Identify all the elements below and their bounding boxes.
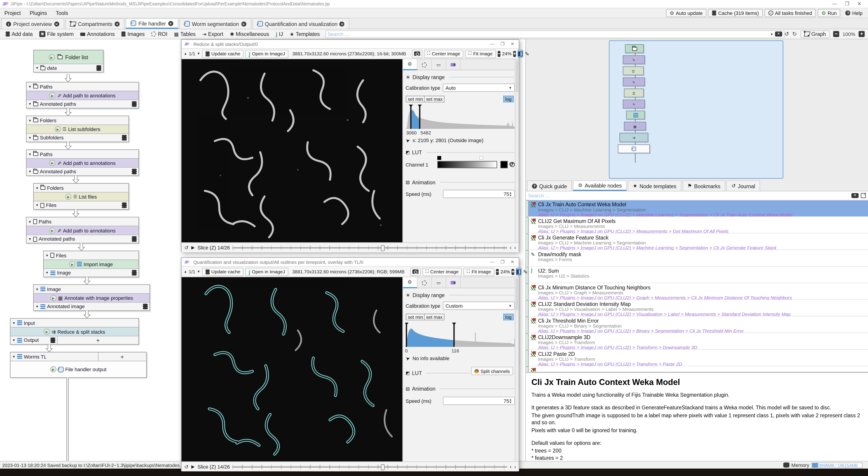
close-tab-icon[interactable]: ✕: [340, 21, 344, 26]
list-item[interactable]: Cli Jx Train Auto Context Weka Model Ima…: [526, 200, 868, 217]
tab-project-overview[interactable]: iProject overview✕: [1, 18, 64, 29]
slot-label[interactable]: Output: [24, 338, 39, 343]
zoom-out-icon[interactable]: −: [496, 268, 499, 275]
next-slice-icon[interactable]: ›: [514, 245, 516, 250]
drag-handle[interactable]: [526, 317, 529, 332]
graph-node-folder-list[interactable]: ▶Folder list ▼data: [33, 50, 103, 72]
slot-label[interactable]: Files: [56, 253, 66, 258]
roi-button[interactable]: ROI: [148, 31, 170, 37]
available-nodes-list[interactable]: Cli Jx Train Auto Context Weka Model Ima…: [526, 200, 868, 373]
tasks-button[interactable]: ✓All tasks finished: [765, 9, 816, 17]
menu-project[interactable]: Project: [0, 10, 25, 16]
drag-handle[interactable]: [526, 283, 529, 299]
tab-quick-guide[interactable]: ?Quick guide: [527, 180, 572, 191]
next-slice-icon[interactable]: ›: [514, 464, 516, 469]
slot-label[interactable]: Annotated paths: [39, 236, 75, 242]
zoom-out-icon[interactable]: −: [833, 31, 839, 37]
sidebar-search-box[interactable]: ✕: [526, 191, 868, 200]
add-slot-button[interactable]: +: [98, 352, 146, 361]
menu-tools[interactable]: Tools: [51, 10, 72, 16]
center-image-button[interactable]: ⛶Center image: [422, 267, 462, 276]
tab-journal[interactable]: ↺Journal: [726, 180, 760, 191]
tab-annotations[interactable]: [446, 277, 460, 288]
list-item[interactable]: ✎ Draw/modify mask Images > Forms: [526, 250, 868, 266]
close-icon[interactable]: ✕: [857, 1, 861, 6]
drag-handle[interactable]: [526, 250, 529, 266]
play-icon[interactable]: ▶: [50, 295, 56, 301]
pipeline-minimap[interactable]: ✎ ☰ ✎ ☰ ✎ ▦ ⇉: [609, 40, 783, 179]
tab-roi[interactable]: [417, 277, 432, 288]
minimize-icon[interactable]: —: [490, 41, 495, 46]
graph-node-annotate-image[interactable]: ▼Image ▶▦Annotate with image properties …: [33, 284, 150, 311]
histogram[interactable]: [405, 323, 516, 347]
screenshot-button[interactable]: [412, 50, 422, 58]
speed-input[interactable]: 75▲▼: [442, 397, 515, 405]
play-icon[interactable]: ▶: [49, 92, 55, 98]
play-icon[interactable]: ▶: [65, 194, 71, 200]
graph-node-add-path-2[interactable]: ▼Paths ▶✎Add path to annotations ▼Annota…: [26, 149, 139, 176]
miscellaneous-button[interactable]: ✱Miscellaneous: [226, 31, 272, 37]
popout-icon[interactable]: [861, 193, 866, 198]
tab-compartments[interactable]: Compartments✕: [65, 18, 125, 29]
list-item[interactable]: Cli Jx Generate Feature Stack Images > C…: [526, 233, 868, 250]
zoom-in-icon[interactable]: +: [859, 31, 865, 37]
auto-update-button[interactable]: ⚙Auto update: [666, 9, 706, 17]
cache-icon[interactable]: [132, 169, 137, 174]
slot-label[interactable]: Paths: [40, 151, 53, 157]
clear-search-icon[interactable]: ✕: [851, 193, 859, 198]
tables-button[interactable]: ▦Tables: [170, 31, 199, 37]
ij-button[interactable]: jIJ: [272, 31, 286, 37]
maximize-icon[interactable]: ❐: [500, 41, 504, 46]
file-system-button[interactable]: ▣File system: [36, 31, 77, 37]
list-item[interactable]: Cli Jx Minimum Distance Of Touching Neig…: [526, 283, 868, 300]
lut-gradient[interactable]: [437, 161, 497, 168]
drag-handle[interactable]: [526, 200, 529, 216]
slice-slider[interactable]: [232, 464, 507, 469]
slot-label[interactable]: Annotated image: [47, 304, 85, 309]
split-channels-button[interactable]: Split channels: [471, 367, 513, 375]
cache-icon[interactable]: [96, 65, 101, 71]
center-image-button[interactable]: ⛶Center image: [424, 50, 463, 58]
maximize-icon[interactable]: ❐: [500, 260, 504, 264]
graph-node-reduce-split[interactable]: ▼Input ▶⇉Reduce & split stacks ▼Output+: [10, 318, 139, 345]
list-item[interactable]: j IJ2: Sum Images > IJ2 > Statistics: [526, 266, 868, 283]
set-min-button[interactable]: set min: [405, 314, 425, 320]
set-min-button[interactable]: set min: [405, 96, 425, 102]
graph-node-add-path-3[interactable]: ▼Paths ▶✎Add path to annotations ▼Annota…: [26, 217, 139, 244]
graph-node-file-handler-output[interactable]: ▼Worms TL+ ▶File handler output: [10, 352, 147, 378]
undo-icon[interactable]: ↺: [784, 31, 789, 37]
graph-node-list-files[interactable]: ▼Folders ▶☰List files ▼Files: [33, 183, 129, 210]
lut-max-marker[interactable]: [479, 156, 483, 160]
viewer-window-quantification[interactable]: JIP Quantification and visualization out…: [181, 257, 519, 471]
update-cache-button[interactable]: Update cache: [202, 267, 244, 276]
cache-icon[interactable]: [132, 270, 137, 275]
graph-node-list-subfolders[interactable]: ▼Folders ▶☰List subfolders ▼Subfolders: [26, 116, 129, 142]
close-icon[interactable]: ✕: [510, 260, 514, 264]
speed-input[interactable]: 75▲▼: [442, 190, 515, 198]
close-icon[interactable]: ✕: [510, 41, 514, 46]
play-icon[interactable]: ▶: [49, 227, 55, 233]
cache-icon[interactable]: [143, 304, 148, 309]
zoom-level[interactable]: 100%: [842, 31, 855, 37]
prev-slice-icon[interactable]: ‹: [510, 464, 512, 469]
menu-plugins[interactable]: Plugins: [25, 10, 52, 16]
update-cache-button[interactable]: Update cache: [202, 50, 244, 58]
list-item[interactable]: Cli Jx Threshold Min Error Images > CLIJ…: [526, 317, 868, 333]
log-button[interactable]: log: [503, 96, 514, 102]
drag-handle[interactable]: [526, 300, 529, 316]
zoom-in-icon[interactable]: +: [513, 51, 516, 57]
graph-node-import-image[interactable]: ▼Files ▶Import image ▼Image: [43, 251, 139, 277]
close-tab-icon[interactable]: ✕: [168, 21, 173, 26]
cache-button[interactable]: Cache (319 items): [708, 9, 763, 17]
open-in-imagej-button[interactable]: jOpen in ImageJ: [245, 267, 288, 276]
open-in-imagej-button[interactable]: jOpen in ImageJ: [245, 50, 288, 58]
slot-label[interactable]: Worms TL: [24, 354, 46, 359]
annotations-button[interactable]: Annotations: [77, 31, 118, 37]
images-button[interactable]: Images: [118, 31, 148, 37]
drag-handle[interactable]: [526, 350, 529, 366]
viewer-zoom-level[interactable]: 24%: [502, 51, 512, 56]
page-up-icon[interactable]: ▲: [184, 52, 187, 55]
lut-gear-icon[interactable]: ⚙: [509, 161, 514, 167]
loop-icon[interactable]: ↺: [184, 464, 188, 469]
tab-quantification[interactable]: Quantification and visualization✕: [252, 18, 350, 29]
